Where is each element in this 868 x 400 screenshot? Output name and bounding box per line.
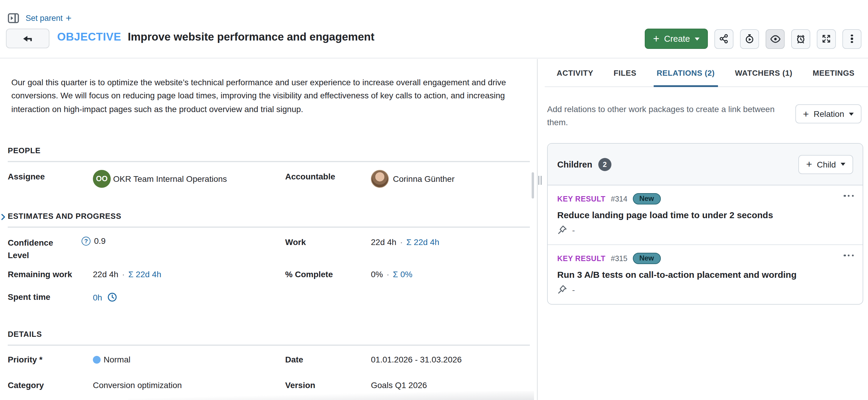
accountable-avatar [371, 170, 389, 188]
spent-time-value[interactable]: 0h [93, 292, 117, 302]
start-timer-button[interactable] [740, 29, 759, 49]
tab-files[interactable]: FILES [614, 59, 637, 86]
back-button[interactable] [6, 29, 50, 48]
category-value[interactable]: Conversion optimization [93, 380, 182, 390]
accountable-name: Corinna Günther [393, 174, 455, 183]
date-range: 01.01.2026 - 31.03.2026 [371, 355, 462, 364]
confidence-level-label: Confidence Level [8, 237, 64, 262]
version-value[interactable]: Goals Q1 2026 [371, 380, 427, 390]
page-header: Set parent + OBJECTIVEImprove website pe… [0, 0, 868, 58]
reminder-button[interactable] [791, 29, 810, 49]
tab-relations[interactable]: RELATIONS (2) [657, 59, 715, 86]
spent-time-link[interactable]: 0h [93, 292, 102, 302]
left-panel-scrollbar[interactable] [532, 172, 534, 199]
child-title[interactable]: Reduce landing page load time to under 2… [557, 210, 853, 220]
spent-time-label: Spent time [8, 292, 50, 302]
timer-icon [745, 34, 754, 44]
add-child-button[interactable]: + Child [798, 155, 853, 174]
add-relation-button[interactable]: + Relation [795, 104, 862, 123]
status-badge[interactable]: New [633, 193, 660, 204]
complete-number: 0% [371, 269, 383, 279]
pin-icon [557, 225, 567, 235]
set-parent-link[interactable]: Set parent + [26, 14, 71, 23]
page-title: Improve website performance and engageme… [128, 30, 374, 43]
scroll-fade [128, 391, 534, 400]
work-label: Work [285, 237, 306, 247]
children-card-header: Children 2 + Child [548, 144, 863, 185]
item-more-options-button[interactable] [844, 255, 854, 256]
plus-icon: + [806, 160, 812, 168]
work-package-page: Set parent + OBJECTIVEImprove website pe… [0, 0, 868, 400]
item-more-options-button[interactable] [844, 195, 854, 197]
date-label: Date [285, 355, 303, 364]
dot-separator: · [122, 269, 125, 279]
child-title[interactable]: Run 3 A/B tests on call-to-action placem… [557, 269, 853, 280]
confidence-level-value[interactable]: ? 0.9 [82, 236, 106, 246]
description-text[interactable]: Our goal this quarter is to optimize the… [11, 76, 528, 116]
assignee-value[interactable]: OO OKR Team Internal Operations [93, 170, 227, 188]
people-section-heading: PEOPLE [8, 146, 40, 155]
priority-dot-icon [93, 355, 101, 363]
back-arrow-icon [23, 35, 33, 42]
work-package-id[interactable]: #315 [611, 254, 627, 263]
category-text: Conversion optimization [93, 380, 182, 390]
detail-tabs: ACTIVITY FILES RELATIONS (2) WATCHERS (1… [545, 59, 868, 87]
work-package-type: KEY RESULT [557, 195, 606, 203]
percent-complete-label: % Complete [285, 269, 333, 279]
dates-placeholder: - [572, 285, 575, 294]
child-work-package-row[interactable]: KEY RESULT #314 New Reduce landing page … [548, 185, 863, 245]
work-package-type: OBJECTIVE [57, 30, 121, 43]
right-panel: ACTIVITY FILES RELATIONS (2) WATCHERS (1… [545, 59, 868, 400]
assignee-name: OKR Team Internal Operations [113, 174, 227, 183]
collapse-chevron-icon[interactable] [1, 212, 6, 223]
watch-eye-icon [770, 34, 780, 44]
status-badge[interactable]: New [633, 253, 660, 264]
create-button[interactable]: + Create [645, 29, 708, 49]
accountable-value[interactable]: Corinna Günther [371, 170, 455, 188]
chevron-down-icon [841, 163, 845, 166]
priority-value[interactable]: Normal [93, 355, 130, 364]
more-options-button[interactable] [842, 29, 862, 49]
watch-button[interactable] [766, 29, 785, 49]
breadcrumb: Set parent + [8, 13, 71, 23]
child-work-package-row[interactable]: KEY RESULT #315 New Run 3 A/B tests on c… [548, 245, 863, 304]
work-number: 22d 4h [371, 237, 397, 247]
children-count-badge: 2 [598, 158, 612, 171]
children-card: Children 2 + Child KEY RESULT #314 New R… [547, 143, 863, 305]
version-text: Goals Q1 2026 [371, 380, 427, 390]
dot-separator: · [400, 237, 403, 247]
work-package-id[interactable]: #314 [611, 195, 627, 203]
sidebar-toggle-icon[interactable] [8, 13, 19, 23]
fullscreen-icon [822, 34, 831, 44]
help-icon[interactable]: ? [82, 236, 91, 245]
tab-activity[interactable]: ACTIVITY [557, 59, 593, 86]
tab-watchers[interactable]: WATCHERS (1) [735, 59, 793, 86]
date-value[interactable]: 01.01.2026 - 31.03.2026 [371, 355, 462, 364]
section-divider [8, 345, 530, 346]
tab-meetings[interactable]: MEETINGS [813, 59, 855, 86]
percent-complete-value[interactable]: 0% · Σ 0% [371, 269, 412, 279]
dates-placeholder: - [572, 225, 575, 235]
details-section-heading: DETAILS [8, 330, 42, 339]
work-package-title: OBJECTIVEImprove website performance and… [57, 30, 374, 44]
alarm-clock-icon [796, 34, 805, 44]
clock-icon[interactable] [107, 292, 117, 302]
work-sum-link[interactable]: Σ 22d 4h [406, 237, 439, 247]
child-dates[interactable]: - [557, 284, 853, 294]
splitter-handle-icon[interactable] [538, 176, 542, 185]
panel-splitter[interactable] [537, 59, 537, 400]
create-button-label: Create [664, 34, 690, 44]
share-button[interactable] [714, 29, 734, 49]
category-label: Category [8, 380, 44, 390]
child-button-label: Child [817, 160, 836, 169]
remaining-work-value[interactable]: 22d 4h · Σ 22d 4h [93, 269, 161, 279]
share-icon [719, 34, 729, 44]
work-value[interactable]: 22d 4h · Σ 22d 4h [371, 237, 439, 247]
complete-sum-link[interactable]: Σ 0% [393, 269, 412, 279]
child-dates[interactable]: - [557, 225, 853, 235]
plus-icon: + [653, 35, 659, 43]
confidence-number: 0.9 [94, 236, 106, 246]
fullscreen-button[interactable] [817, 29, 836, 49]
remaining-sum-link[interactable]: Σ 22d 4h [128, 269, 161, 279]
priority-text: Normal [103, 355, 130, 364]
